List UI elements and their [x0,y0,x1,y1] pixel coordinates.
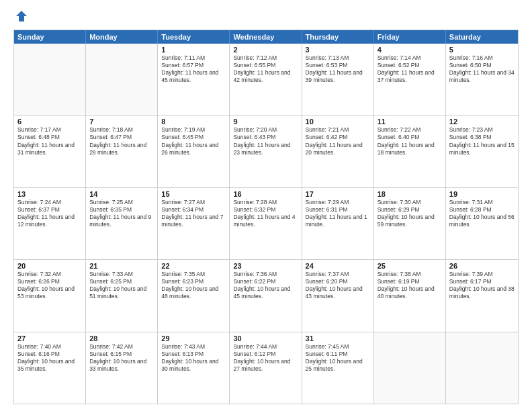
day-number: 14 [89,190,154,198]
day-number: 5 [449,46,515,54]
cell-info: Sunrise: 7:13 AM Sunset: 6:53 PM Dayligh… [306,54,370,84]
cell-info: Sunrise: 7:16 AM Sunset: 6:50 PM Dayligh… [449,54,515,84]
day-number: 3 [306,46,370,54]
day-number: 25 [378,262,442,270]
calendar-row-1: 6Sunrise: 7:17 AM Sunset: 6:48 PM Daylig… [14,116,518,187]
day-number: 26 [449,262,515,270]
day-number: 13 [17,190,82,198]
calendar-cell-1-3: 9Sunrise: 7:20 AM Sunset: 6:43 PM Daylig… [230,116,302,187]
cell-info: Sunrise: 7:39 AM Sunset: 6:17 PM Dayligh… [449,271,515,300]
calendar-cell-0-2: 1Sunrise: 7:11 AM Sunset: 6:57 PM Daylig… [158,44,230,115]
day-number: 4 [378,46,442,54]
cell-info: Sunrise: 7:38 AM Sunset: 6:19 PM Dayligh… [378,271,442,300]
header-cell-saturday: Saturday [446,30,518,44]
cell-info: Sunrise: 7:21 AM Sunset: 6:42 PM Dayligh… [306,126,370,156]
calendar-header: SundayMondayTuesdayWednesdayThursdayFrid… [14,30,518,44]
cell-info: Sunrise: 7:31 AM Sunset: 6:28 PM Dayligh… [449,199,515,228]
cell-info: Sunrise: 7:11 AM Sunset: 6:57 PM Dayligh… [161,54,226,84]
calendar-cell-1-6: 12Sunrise: 7:23 AM Sunset: 6:38 PM Dayli… [446,116,518,187]
cell-info: Sunrise: 7:30 AM Sunset: 6:29 PM Dayligh… [378,199,442,228]
calendar-cell-4-5 [374,332,446,404]
calendar-cell-3-3: 23Sunrise: 7:36 AM Sunset: 6:22 PM Dayli… [230,260,302,331]
calendar-cell-3-5: 25Sunrise: 7:38 AM Sunset: 6:19 PM Dayli… [374,260,446,331]
calendar-row-2: 13Sunrise: 7:24 AM Sunset: 6:37 PM Dayli… [14,188,518,260]
calendar-cell-3-2: 22Sunrise: 7:35 AM Sunset: 6:23 PM Dayli… [158,260,230,331]
cell-info: Sunrise: 7:42 AM Sunset: 6:15 PM Dayligh… [89,343,154,373]
day-number: 27 [17,334,82,342]
calendar-cell-1-4: 10Sunrise: 7:21 AM Sunset: 6:42 PM Dayli… [302,116,374,187]
calendar-cell-2-5: 18Sunrise: 7:30 AM Sunset: 6:29 PM Dayli… [374,188,446,259]
cell-info: Sunrise: 7:43 AM Sunset: 6:13 PM Dayligh… [161,343,226,373]
cell-info: Sunrise: 7:33 AM Sunset: 6:25 PM Dayligh… [89,271,154,300]
cell-info: Sunrise: 7:20 AM Sunset: 6:43 PM Dayligh… [233,126,298,156]
cell-info: Sunrise: 7:17 AM Sunset: 6:48 PM Dayligh… [17,126,82,156]
calendar-cell-3-1: 21Sunrise: 7:33 AM Sunset: 6:25 PM Dayli… [86,260,158,331]
calendar-body: 1Sunrise: 7:11 AM Sunset: 6:57 PM Daylig… [14,44,518,404]
calendar-cell-2-4: 17Sunrise: 7:29 AM Sunset: 6:31 PM Dayli… [302,188,374,259]
logo [13,11,28,23]
day-number: 31 [306,334,370,342]
calendar-cell-4-0: 27Sunrise: 7:40 AM Sunset: 6:16 PM Dayli… [14,332,86,404]
svg-marker-0 [16,11,27,21]
cell-info: Sunrise: 7:19 AM Sunset: 6:45 PM Dayligh… [161,126,226,156]
calendar-cell-3-6: 26Sunrise: 7:39 AM Sunset: 6:17 PM Dayli… [446,260,518,331]
logo-icon [15,9,28,23]
calendar-cell-2-1: 14Sunrise: 7:25 AM Sunset: 6:35 PM Dayli… [86,188,158,259]
cell-info: Sunrise: 7:45 AM Sunset: 6:11 PM Dayligh… [306,343,370,373]
day-number: 23 [233,262,298,270]
header-cell-sunday: Sunday [14,30,86,44]
day-number: 28 [89,334,154,342]
day-number: 2 [233,46,298,54]
day-number: 9 [233,118,298,126]
day-number: 8 [161,118,226,126]
header-cell-monday: Monday [86,30,158,44]
day-number: 20 [17,262,82,270]
calendar-cell-1-2: 8Sunrise: 7:19 AM Sunset: 6:45 PM Daylig… [158,116,230,187]
day-number: 19 [449,190,515,198]
cell-info: Sunrise: 7:27 AM Sunset: 6:34 PM Dayligh… [161,199,226,228]
calendar-cell-2-3: 16Sunrise: 7:28 AM Sunset: 6:32 PM Dayli… [230,188,302,259]
calendar-cell-0-1 [86,44,158,115]
day-number: 30 [233,334,298,342]
calendar-cell-4-4: 31Sunrise: 7:45 AM Sunset: 6:11 PM Dayli… [302,332,374,404]
day-number: 7 [89,118,154,126]
cell-info: Sunrise: 7:22 AM Sunset: 6:40 PM Dayligh… [378,126,442,156]
day-number: 24 [306,262,370,270]
cell-info: Sunrise: 7:14 AM Sunset: 6:52 PM Dayligh… [378,54,442,84]
calendar-cell-3-4: 24Sunrise: 7:37 AM Sunset: 6:20 PM Dayli… [302,260,374,331]
cell-info: Sunrise: 7:28 AM Sunset: 6:32 PM Dayligh… [233,199,298,228]
day-number: 11 [378,118,442,126]
calendar-cell-1-5: 11Sunrise: 7:22 AM Sunset: 6:40 PM Dayli… [374,116,446,187]
calendar-row-4: 27Sunrise: 7:40 AM Sunset: 6:16 PM Dayli… [14,332,518,404]
calendar-cell-0-5: 4Sunrise: 7:14 AM Sunset: 6:52 PM Daylig… [374,44,446,115]
calendar-cell-4-6 [446,332,518,404]
calendar-cell-1-0: 6Sunrise: 7:17 AM Sunset: 6:48 PM Daylig… [14,116,86,187]
cell-info: Sunrise: 7:44 AM Sunset: 6:12 PM Dayligh… [233,343,298,373]
day-number: 22 [161,262,226,270]
day-number: 12 [449,118,515,126]
calendar-cell-0-4: 3Sunrise: 7:13 AM Sunset: 6:53 PM Daylig… [302,44,374,115]
calendar-cell-3-0: 20Sunrise: 7:32 AM Sunset: 6:26 PM Dayli… [14,260,86,331]
calendar-cell-4-3: 30Sunrise: 7:44 AM Sunset: 6:12 PM Dayli… [230,332,302,404]
calendar-cell-2-6: 19Sunrise: 7:31 AM Sunset: 6:28 PM Dayli… [446,188,518,259]
day-number: 21 [89,262,154,270]
cell-info: Sunrise: 7:12 AM Sunset: 6:55 PM Dayligh… [233,54,298,84]
calendar-cell-1-1: 7Sunrise: 7:18 AM Sunset: 6:47 PM Daylig… [86,116,158,187]
cell-info: Sunrise: 7:35 AM Sunset: 6:23 PM Dayligh… [161,271,226,300]
day-number: 29 [161,334,226,342]
page: SundayMondayTuesdayWednesdayThursdayFrid… [0,0,532,411]
header-cell-friday: Friday [374,30,446,44]
calendar-cell-0-6: 5Sunrise: 7:16 AM Sunset: 6:50 PM Daylig… [446,44,518,115]
day-number: 6 [17,118,82,126]
header [13,11,519,23]
cell-info: Sunrise: 7:24 AM Sunset: 6:37 PM Dayligh… [17,199,82,228]
calendar-cell-2-0: 13Sunrise: 7:24 AM Sunset: 6:37 PM Dayli… [14,188,86,259]
cell-info: Sunrise: 7:25 AM Sunset: 6:35 PM Dayligh… [89,199,154,228]
day-number: 10 [306,118,370,126]
cell-info: Sunrise: 7:29 AM Sunset: 6:31 PM Dayligh… [306,199,370,228]
calendar: SundayMondayTuesdayWednesdayThursdayFrid… [13,30,519,404]
calendar-row-0: 1Sunrise: 7:11 AM Sunset: 6:57 PM Daylig… [14,44,518,116]
cell-info: Sunrise: 7:40 AM Sunset: 6:16 PM Dayligh… [17,343,82,373]
cell-info: Sunrise: 7:18 AM Sunset: 6:47 PM Dayligh… [89,126,154,156]
header-cell-thursday: Thursday [302,30,374,44]
